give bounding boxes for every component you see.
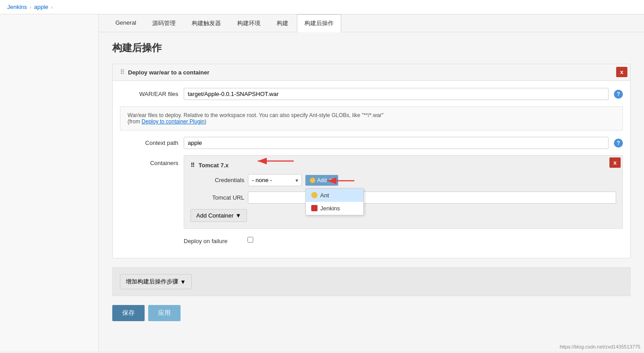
breadcrumb-sep-2: › xyxy=(51,4,53,10)
war-ear-row: WAR/EAR files ? xyxy=(120,88,623,100)
jenkins-icon xyxy=(311,205,318,211)
plugin-link[interactable]: Deploy to container Plugin xyxy=(141,118,204,125)
context-path-help-icon[interactable]: ? xyxy=(614,139,623,148)
deploy-section-card: ⠿ Deploy war/ear to a container x WAR/EA… xyxy=(112,64,631,258)
add-step-button[interactable]: 增加构建后操作步骤 ▼ xyxy=(120,274,192,289)
breadcrumb: Jenkins › apple › xyxy=(0,0,644,14)
container-title: Tomcat 7.x xyxy=(198,162,229,169)
deploy-on-failure-row: Deploy on failure xyxy=(184,235,623,244)
add-container-area: Add Container ▼ xyxy=(190,209,616,222)
tab-general[interactable]: General xyxy=(108,14,144,32)
credentials-row: Credentials - none - ▼ xyxy=(190,174,616,186)
breadcrumb-apple[interactable]: apple xyxy=(34,4,49,10)
deploy-on-failure-label: Deploy on failure xyxy=(184,235,242,244)
add-container-label: Add Container xyxy=(196,212,234,219)
sidebar xyxy=(0,14,99,351)
credentials-select-wrapper: - none - ▼ xyxy=(248,174,302,186)
section-body: WAR/EAR files ? War/ear files to deploy.… xyxy=(113,81,630,258)
dropdown-item-jenkins[interactable]: Jenkins xyxy=(306,202,363,215)
add-container-caret: ▼ xyxy=(235,212,241,219)
war-ear-help-icon[interactable]: ? xyxy=(614,90,623,99)
credentials-dropdown: Ant Jenkins xyxy=(305,188,364,215)
containers-row: Containers xyxy=(120,155,623,244)
tabs-bar: General 源码管理 构建触发器 构建环境 构建 构建后操作 xyxy=(99,14,644,32)
page-title: 构建后操作 xyxy=(112,41,631,55)
add-step-label: 增加构建后操作步骤 xyxy=(126,278,178,286)
close-section-button[interactable]: x xyxy=(616,67,627,77)
add-credentials-button[interactable]: Add ▼ xyxy=(305,175,338,186)
tab-build[interactable]: 构建 xyxy=(269,14,296,32)
credentials-label: Credentials xyxy=(190,177,244,183)
close-container-button[interactable]: x xyxy=(609,157,621,168)
containers-content: x ⠿ Tomcat 7.x Credentials xyxy=(184,155,623,244)
war-ear-input[interactable] xyxy=(184,88,609,100)
content-area: General 源码管理 构建触发器 构建环境 构建 构建后操作 构建后操作 ⠿… xyxy=(99,14,644,351)
tomcat-url-label: Tomcat URL xyxy=(190,194,244,201)
war-ear-description: War/ear files to deploy. Relative to the… xyxy=(120,106,623,131)
add-step-area: 增加构建后操作步骤 ▼ xyxy=(112,267,631,296)
apply-button[interactable]: 应用 xyxy=(148,305,181,321)
container-header: ⠿ Tomcat 7.x xyxy=(190,162,616,169)
save-apply-row: 保存 应用 xyxy=(112,305,631,330)
containers-section: x ⠿ Tomcat 7.x Credentials xyxy=(184,155,623,229)
ant-icon xyxy=(311,192,318,198)
tomcat-url-input[interactable] xyxy=(248,192,616,204)
save-button[interactable]: 保存 xyxy=(112,305,145,321)
add-credentials-wrapper: Add ▼ Ant xyxy=(305,175,338,186)
tab-env[interactable]: 构建环境 xyxy=(229,14,268,32)
caret-icon: ▼ xyxy=(328,177,334,183)
page-content: 构建后操作 ⠿ Deploy war/ear to a container x … xyxy=(99,32,644,339)
section-title: Deploy war/ear to a container xyxy=(128,69,209,76)
context-path-label: Context path xyxy=(120,137,178,146)
credentials-select[interactable]: - none - xyxy=(248,174,302,186)
container-drag-handle: ⠿ xyxy=(190,162,195,169)
tomcat-url-row: Tomcat URL xyxy=(190,192,616,204)
key-icon xyxy=(310,178,315,183)
breadcrumb-sep-1: › xyxy=(30,4,31,10)
deploy-on-failure-checkbox[interactable] xyxy=(247,237,253,243)
tab-triggers[interactable]: 构建触发器 xyxy=(184,14,229,32)
war-ear-label: WAR/EAR files xyxy=(120,88,178,97)
containers-label: Containers xyxy=(120,155,178,166)
add-container-button[interactable]: Add Container ▼ xyxy=(190,209,247,222)
tab-source[interactable]: 源码管理 xyxy=(145,14,183,32)
dropdown-item-jenkins-label: Jenkins xyxy=(320,205,340,212)
tab-post-build[interactable]: 构建后操作 xyxy=(297,14,341,32)
dropdown-item-ant[interactable]: Ant xyxy=(306,189,363,202)
context-path-input[interactable] xyxy=(184,137,609,149)
watermark: https://blog.csdn.net/zxd1435513775 xyxy=(560,344,640,349)
breadcrumb-jenkins[interactable]: Jenkins xyxy=(7,4,27,10)
section-header: ⠿ Deploy war/ear to a container xyxy=(113,64,630,81)
context-path-row: Context path ? xyxy=(120,137,623,149)
dropdown-item-ant-label: Ant xyxy=(320,192,329,199)
drag-handle-icon: ⠿ xyxy=(120,69,124,76)
add-step-caret: ▼ xyxy=(180,279,186,285)
